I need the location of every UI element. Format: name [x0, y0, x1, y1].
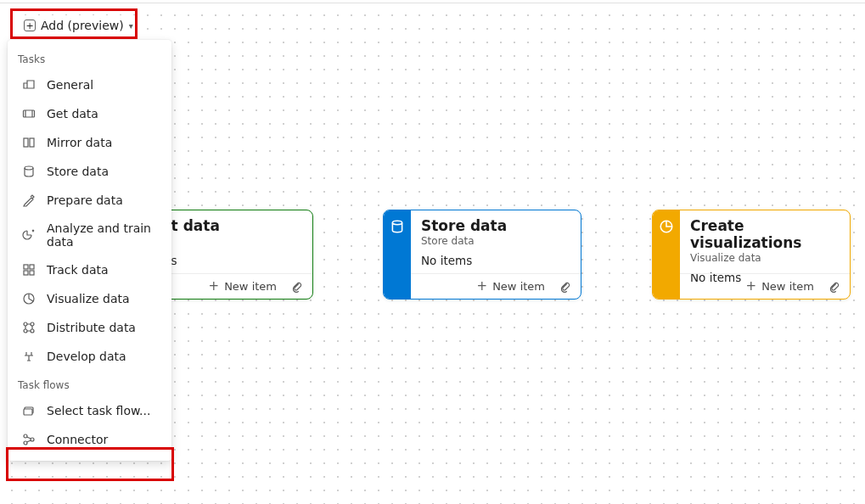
analyze-data-icon	[21, 227, 37, 243]
distribute-data-icon	[21, 320, 37, 335]
pie-icon	[653, 210, 680, 299]
card-title: Create visualizations	[690, 217, 840, 251]
svg-point-3	[25, 166, 33, 170]
menu-item-label: Get data	[47, 107, 98, 120]
general-icon	[21, 77, 37, 92]
section-flows-label: Task flows	[8, 371, 171, 396]
attach-button[interactable]	[287, 277, 307, 297]
menu-item-label: Distribute data	[47, 321, 136, 334]
track-data-icon	[21, 262, 37, 277]
store-data-icon	[21, 164, 37, 179]
plus-icon: +	[209, 280, 220, 293]
menu-item-develop-data[interactable]: Develop data	[8, 342, 171, 371]
card-create-visualizations[interactable]: Create visualizations Visualize data No …	[652, 210, 851, 300]
menu-item-label: Develop data	[47, 350, 126, 363]
card-noitems: ems	[153, 254, 302, 267]
menu-item-mirror-data[interactable]: Mirror data	[8, 128, 171, 157]
menu-item-label: Connector	[47, 433, 108, 446]
mirror-data-icon	[21, 135, 37, 150]
menu-item-label: Store data	[47, 165, 109, 178]
select-flow-icon	[21, 403, 37, 418]
svg-point-9	[24, 322, 27, 326]
new-item-button[interactable]: + New item	[470, 277, 552, 295]
menu-item-store-data[interactable]: Store data	[8, 157, 171, 186]
prepare-data-icon	[21, 193, 37, 208]
develop-data-icon	[21, 349, 37, 364]
plus-icon: +	[477, 280, 488, 293]
attach-button[interactable]	[824, 277, 845, 297]
menu-item-general[interactable]: General	[8, 70, 171, 99]
svg-rect-14	[24, 409, 32, 415]
svg-rect-5	[30, 265, 34, 269]
menu-item-select-task-flow[interactable]: Select task flow...	[8, 396, 171, 425]
card-subtitle: ta	[153, 235, 302, 247]
menu-item-label: General	[47, 78, 93, 92]
card-title: Store data	[421, 217, 570, 234]
svg-point-12	[31, 329, 34, 333]
new-item-label: New item	[224, 280, 277, 293]
new-item-button[interactable]: + New item	[202, 277, 284, 295]
connector-icon	[21, 432, 37, 447]
menu-item-connector[interactable]: Connector	[8, 425, 171, 454]
svg-rect-4	[24, 265, 28, 269]
section-tasks-label: Tasks	[8, 45, 171, 70]
menu-item-label: Analyze and train data	[47, 221, 161, 249]
add-button[interactable]: + Add (preview) ▾	[17, 15, 140, 36]
svg-point-10	[31, 322, 34, 326]
svg-rect-6	[24, 271, 28, 275]
svg-point-11	[24, 329, 27, 333]
menu-item-label: Mirror data	[47, 136, 112, 149]
add-dropdown: Tasks General Get data Mirror data Store…	[8, 40, 171, 461]
menu-item-analyze-data[interactable]: Analyze and train data	[8, 215, 171, 255]
card-subtitle: Visualize data	[690, 252, 840, 264]
menu-item-prepare-data[interactable]: Prepare data	[8, 186, 171, 215]
menu-item-visualize-data[interactable]: Visualize data	[8, 284, 171, 313]
menu-item-track-data[interactable]: Track data	[8, 255, 171, 284]
attach-button[interactable]	[555, 277, 576, 297]
svg-point-19	[392, 221, 402, 225]
menu-item-label: Visualize data	[47, 292, 130, 305]
get-data-icon	[21, 106, 37, 121]
card-title: ect data	[153, 217, 302, 234]
menu-item-label: Select task flow...	[47, 404, 150, 417]
svg-rect-7	[30, 271, 34, 275]
chevron-down-icon: ▾	[129, 21, 133, 31]
card-subtitle: Store data	[421, 235, 570, 247]
menu-item-get-data[interactable]: Get data	[8, 99, 171, 128]
menu-item-distribute-data[interactable]: Distribute data	[8, 313, 171, 342]
menu-item-label: Prepare data	[47, 193, 123, 207]
cylinder-icon	[384, 210, 411, 299]
add-button-label: Add (preview)	[41, 19, 124, 32]
new-item-label: New item	[761, 280, 814, 293]
svg-rect-2	[30, 138, 34, 147]
svg-rect-1	[24, 138, 28, 147]
new-item-label: New item	[492, 280, 545, 293]
card-noitems: No items	[421, 254, 570, 267]
new-item-button[interactable]: + New item	[739, 277, 821, 295]
card-store-data[interactable]: Store data Store data No items + New ite…	[383, 210, 581, 300]
plus-icon: +	[24, 20, 36, 31]
visualize-data-icon	[21, 291, 37, 306]
menu-item-label: Track data	[47, 263, 109, 277]
plus-icon: +	[746, 280, 757, 293]
